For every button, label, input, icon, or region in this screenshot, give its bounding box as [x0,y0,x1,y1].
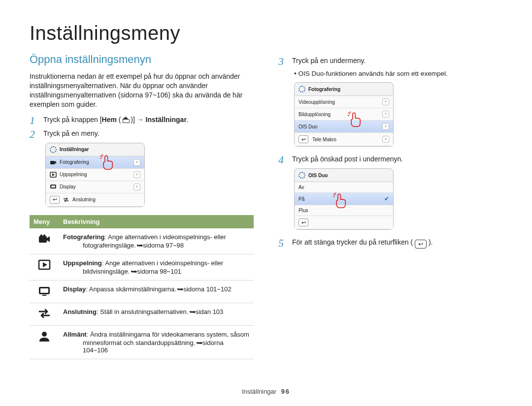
svg-rect-3 [51,186,55,187]
table-cell-desc: Display: Anpassa skärminställningarna. ➥… [59,280,254,303]
home-icon [123,117,129,123]
table-cell-desc: Allmänt: Ändra inställningarna för video… [59,325,254,359]
panel-row: ↩Tele Makro› [295,133,393,146]
table-row: Anslutning: Ställ in anslutningsalternat… [30,303,254,325]
step-3-bullet: OIS Duo-funktionen används här som ett e… [294,70,502,77]
tap-hand-icon [100,154,114,172]
panel-row: Fotografering› [46,156,144,169]
step-4-number: 4 [278,155,287,165]
menu-description-table: Meny Beskrivning Fotografering: Ange alt… [30,215,254,359]
svg-rect-4 [39,236,47,243]
check-icon: ✔ [384,195,389,202]
page-footer: Inställningar 96 [0,388,532,395]
svg-rect-0 [50,161,55,164]
svg-point-6 [43,234,46,237]
intro-text: Instruktionerna nedan är ett exempel på … [30,72,254,109]
chevron-right-icon: › [382,136,389,143]
table-cell-desc: Fotografering: Ange alternativen i video… [59,228,254,254]
tap-hand-icon [348,111,362,129]
svg-rect-10 [42,295,46,296]
chevron-right-icon: › [133,184,140,190]
table-header-menu: Meny [30,215,59,228]
table-row: Display: Anpassa skärminställningarna. ➥… [30,280,254,303]
camera-icon [50,159,57,165]
chevron-right-icon: › [133,159,140,166]
settings-panel-1: Inställningar Fotografering› Uppspelning… [45,143,145,207]
panel-row: Uppspelning› [46,169,144,181]
table-row: Allmänt: Ändra inställningarna för video… [30,325,254,359]
back-icon: ↩ [50,196,60,204]
camera-icon [38,233,51,244]
step-1-number: 1 [30,115,38,126]
svg-point-5 [40,234,43,237]
section-title: Öppna inställningsmenyn [30,53,254,66]
step-1-text: Tryck på knappen [Hem ( )] → Inställning… [43,115,189,126]
svg-point-11 [42,332,47,337]
gear-icon [299,172,305,179]
back-icon: ↩ [299,219,308,226]
panel-row: Display› [46,181,144,193]
chevron-right-icon: › [382,111,389,118]
settings-panel-3: OIS Duo Av På✔ Plus ↩ [294,168,394,230]
return-icon: ↩ [415,240,427,249]
table-header-desc: Beskrivning [59,215,254,228]
display-icon [50,184,57,190]
gear-icon [50,146,57,153]
panel-row: Bildupplösning› [295,108,393,121]
swap-icon [63,197,69,203]
play-icon [50,172,57,178]
chevron-right-icon: › [382,123,389,130]
table-cell-desc: Anslutning: Ställ in anslutningsalternat… [59,303,254,325]
table-row: Uppspelning: Ange alternativen i videoin… [30,254,254,280]
step-2-number: 2 [30,129,38,140]
step-3-text: Tryck på en undermeny. [292,56,366,67]
step-3-number: 3 [278,56,287,67]
chevron-right-icon: › [382,98,389,105]
panel-3-title: OIS Duo [308,173,328,178]
panel-row: Av [295,182,393,193]
step-2-text: Tryck på en meny. [43,129,100,140]
step-5-number: 5 [278,238,287,249]
play-icon [38,259,51,270]
panel-row: Videoupplösning› [295,96,393,108]
panel-row: OIS Duo› [295,121,393,133]
chevron-right-icon: › [133,171,140,178]
tap-hand-icon [333,192,347,210]
page-number: 96 [281,388,290,395]
panel-row: ↩Anslutning [46,193,144,207]
table-cell-desc: Uppspelning: Ange alternativen i videoin… [59,254,254,280]
settings-panel-2: Fotografering Videoupplösning› Bildupplö… [294,82,394,147]
gear-icon [299,86,305,93]
user-icon [38,331,51,342]
table-row: Fotografering: Ange alternativen i video… [30,228,254,254]
swap-icon [38,308,51,319]
page-title: Inställningsmeny [30,22,502,44]
display-icon [38,285,51,296]
panel-1-title: Inställningar [60,147,89,152]
panel-2-title: Fotografering [308,87,340,92]
step-5-text: För att stänga trycker du på returfliken… [292,238,432,249]
step-4-text: Tryck på önskad post i undermenyn. [292,155,403,165]
back-icon: ↩ [299,135,308,143]
svg-rect-9 [40,288,48,293]
panel-row: ↩ [295,216,393,229]
